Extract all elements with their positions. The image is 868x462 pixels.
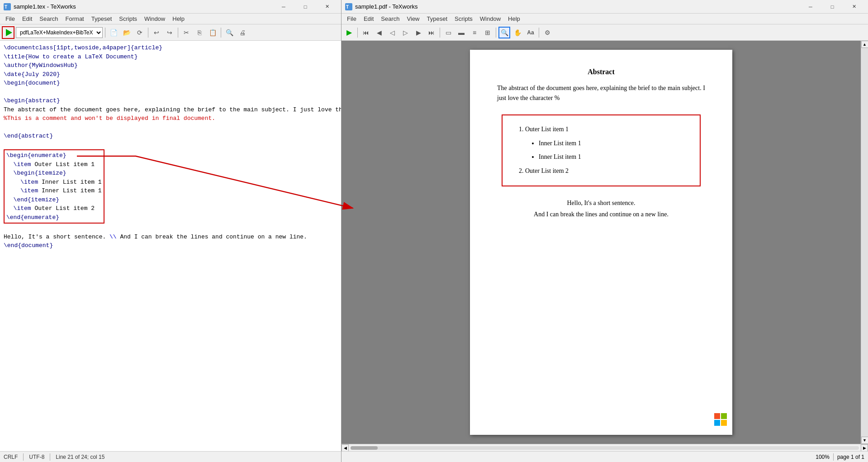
pdf-prev-button[interactable]: ◁	[386, 27, 398, 38]
right-title-left: T sample1.pdf - TeXworks	[345, 3, 418, 10]
reload-button[interactable]: ⟳	[134, 27, 146, 38]
pdf-outer-item-1-text: Outer List item 1	[525, 126, 569, 133]
scroll-down-button[interactable]: ▼	[861, 437, 868, 444]
code-line-item2: \item Outer List item 2	[6, 204, 102, 213]
pdf-toolbar-sep-3	[496, 28, 496, 38]
right-window-title: sample1.pdf - TeXworks	[355, 3, 418, 10]
menu-edit-left[interactable]: Edit	[19, 14, 36, 23]
pdf-toolbar-sep-2	[440, 28, 440, 38]
pdf-prev-page-button[interactable]: ◀	[373, 27, 385, 38]
pdf-run-button[interactable]: ▶	[343, 27, 355, 38]
status-utf: UTF-8	[29, 454, 44, 460]
menu-view-right[interactable]: View	[403, 14, 423, 23]
print-button[interactable]: 🖨	[237, 27, 248, 38]
code-line-4: \date{July 2020}	[4, 70, 337, 79]
pdf-zoom-button[interactable]: 🔍	[498, 27, 510, 38]
code-line-1: \documentclass[11pt,twoside,a4paper]{art…	[4, 43, 337, 52]
code-line-begin-itemize: \begin{itemize}	[6, 169, 102, 178]
win-logo-yellow	[721, 420, 727, 426]
cmd-author: \author{MyWindowsHub}	[4, 62, 78, 69]
open-file-button[interactable]: 📂	[121, 27, 133, 38]
menu-typeset-right[interactable]: Typeset	[423, 14, 451, 23]
redo-button[interactable]: ↪	[164, 27, 175, 38]
undo-button[interactable]: ↩	[151, 27, 162, 38]
code-line-inner2: \item Inner List item 1	[6, 186, 102, 195]
pdf-facing-button[interactable]: ⊞	[482, 27, 493, 38]
menu-search-left[interactable]: Search	[36, 14, 62, 23]
cmd-end-abstract: \end{abstract}	[4, 133, 53, 139]
menu-format-left[interactable]: Format	[62, 14, 88, 23]
pdf-hscrollbar[interactable]: ◀ ▶	[342, 444, 868, 451]
scroll-right-button[interactable]: ▶	[861, 444, 868, 452]
new-file-button[interactable]: 📄	[108, 27, 119, 38]
cmd-end-doc: \end{document}	[4, 242, 53, 249]
menu-scripts-right[interactable]: Scripts	[451, 14, 476, 23]
texworks-icon-left: T	[4, 3, 11, 10]
left-minimize-button[interactable]: ─	[273, 2, 294, 12]
hscroll-track[interactable]	[351, 446, 859, 450]
cmd-inner-item1: \item	[6, 179, 42, 186]
cmd-title: \title{How to create a LaTeX Document}	[4, 53, 138, 60]
arg-item1: Outer List item 1	[34, 161, 95, 168]
code-special-newline: \\	[109, 233, 117, 240]
menu-search-right[interactable]: Search	[377, 14, 403, 23]
cmd-end-itemize: \end{itemize}	[6, 196, 59, 203]
pdf-single-page-button[interactable]: ▭	[442, 27, 454, 38]
scroll-up-button[interactable]: ▲	[861, 41, 868, 48]
code-line-end-doc: \end{document}	[4, 241, 337, 250]
scroll-track[interactable]	[861, 48, 868, 437]
pdf-toolbar-sep-1	[357, 28, 358, 38]
run-button[interactable]	[2, 26, 14, 39]
cmd-date: \date{July 2020}	[4, 71, 60, 78]
pdf-first-page-button[interactable]: ⏮	[360, 27, 372, 38]
left-maximize-button[interactable]: □	[295, 2, 316, 12]
menu-window-right[interactable]: Window	[476, 14, 504, 23]
toolbar-separator-2	[148, 28, 148, 38]
scroll-left-button[interactable]: ◀	[342, 444, 349, 452]
paste-button[interactable]: 📋	[207, 27, 218, 38]
win-logo-blue	[714, 420, 720, 426]
right-maximize-button[interactable]: □	[822, 2, 843, 12]
compiler-select[interactable]: pdfLaTeX+MakeIndex+BibTeX	[16, 27, 103, 38]
pdf-sentence: Hello, It's a short sentence. And I can …	[497, 197, 705, 220]
pdf-scroll-content[interactable]: Abstract The abstract of the document go…	[342, 41, 861, 444]
code-line-empty3	[4, 141, 337, 150]
code-line-3: \author{MyWindowsHub}	[4, 61, 337, 70]
right-close-button[interactable]: ✕	[844, 2, 864, 12]
pdf-next-button[interactable]: ▷	[399, 27, 411, 38]
pdf-double-page-button[interactable]: ▬	[455, 27, 467, 38]
pdf-settings-button[interactable]: ⚙	[541, 27, 553, 38]
right-scrollbar[interactable]: ▲ ▼	[861, 41, 868, 444]
menu-typeset-left[interactable]: Typeset	[88, 14, 116, 23]
cmd-item1: \item	[6, 161, 34, 168]
status-sep-1	[23, 453, 24, 461]
menu-edit-right[interactable]: Edit	[360, 14, 377, 23]
code-line-11: \end{abstract}	[4, 132, 337, 141]
cmd-inner-item2: \item	[6, 187, 42, 194]
copy-button[interactable]: ⎘	[194, 27, 205, 38]
pdf-last-page-button[interactable]: ⏭	[426, 27, 437, 38]
right-window-controls: ─ □ ✕	[800, 2, 864, 12]
code-line-2: \title{How to create a LaTeX Document}	[4, 52, 337, 62]
menu-help-left[interactable]: Help	[169, 14, 188, 23]
hscroll-thumb[interactable]	[351, 446, 378, 450]
menu-scripts-left[interactable]: Scripts	[115, 14, 141, 23]
toolbar-separator-4	[221, 28, 221, 38]
pdf-inner-item-2: Inner List item 1	[539, 150, 686, 164]
editor-area[interactable]: \documentclass[11pt,twoside,a4paper]{art…	[0, 41, 341, 451]
left-close-button[interactable]: ✕	[317, 2, 337, 12]
menu-help-right[interactable]: Help	[504, 14, 524, 23]
pdf-next-page-button[interactable]: ▶	[413, 27, 424, 38]
pdf-continuous-button[interactable]: ≡	[469, 27, 480, 38]
cut-button[interactable]: ✂	[180, 27, 192, 38]
menu-file-right[interactable]: File	[343, 14, 360, 23]
menu-window-left[interactable]: Window	[141, 14, 169, 23]
pdf-hand-button[interactable]: ✋	[512, 27, 523, 38]
pdf-text-select-button[interactable]: Aa	[525, 27, 536, 38]
pdf-sentence-2: And I can break the lines and continue o…	[497, 209, 705, 220]
right-minimize-button[interactable]: ─	[800, 2, 821, 12]
search-button-toolbar[interactable]: 🔍	[223, 27, 235, 38]
right-status-bar: 100% page 1 of 1	[342, 451, 868, 462]
right-menu-bar: File Edit Search View Typeset Scripts Wi…	[342, 14, 868, 24]
menu-file-left[interactable]: File	[2, 14, 19, 23]
